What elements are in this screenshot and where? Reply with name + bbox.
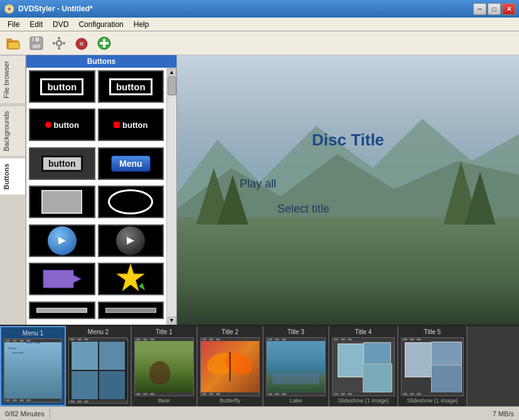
scroll-down-btn[interactable]: ▼ (168, 317, 176, 324)
btn14-bar (105, 308, 156, 313)
scroll-up-btn[interactable]: ▲ (168, 68, 176, 76)
button-item-10[interactable] (98, 224, 164, 257)
button-item-13[interactable] (29, 302, 95, 319)
menu1-label: Menu 1 (23, 330, 43, 337)
close-button[interactable]: ✕ (502, 3, 515, 15)
menu2-thumb (68, 337, 128, 404)
status-speed: 7 MB/s (493, 410, 514, 417)
button-item-14[interactable] (98, 302, 164, 319)
toolbar (0, 31, 519, 55)
svg-rect-9 (58, 47, 60, 50)
window-title: DVDStyler - Untitled* (18, 4, 473, 13)
buttons-grid: button button button button button (26, 68, 166, 325)
button-item-2[interactable]: button (98, 70, 164, 103)
button-item-4[interactable]: button (98, 108, 164, 141)
menu-bar: File Edit DVD Configuration Help (0, 18, 519, 31)
title5-sublabel: Slideshow (1 image) (407, 397, 458, 404)
svg-rect-10 (53, 42, 55, 45)
filmstrip: Menu 1 Disc Title Play all Select title (0, 325, 519, 406)
file-browser-tab[interactable]: File browser (0, 55, 26, 104)
status-bar: 0/82 Minutes 7 MB/s (0, 406, 519, 420)
title4-sublabel: Slideshow (1 image) (338, 397, 389, 404)
window-controls: ─ □ ✕ (473, 3, 515, 15)
btn3-dot (45, 122, 51, 128)
svg-marker-19 (127, 237, 134, 244)
filmstrip-title3[interactable]: Title 3 Lake (264, 326, 329, 406)
svg-marker-18 (58, 237, 66, 244)
button-item-9[interactable] (29, 224, 95, 257)
btn3-label: button (54, 120, 79, 130)
btn11-arrow (30, 264, 94, 294)
btn9-circle (48, 226, 77, 255)
menu-configuration[interactable]: Configuration (73, 19, 128, 30)
open-folder-btn[interactable] (4, 34, 24, 53)
scrollbar[interactable]: ▲ ▼ (166, 68, 176, 325)
settings-btn[interactable] (49, 34, 69, 53)
filmstrip-menu2[interactable]: Menu 2 (66, 326, 132, 406)
btn4-label: button (122, 120, 147, 130)
menu-edit[interactable]: Edit (24, 19, 48, 30)
svg-rect-11 (63, 42, 65, 45)
title3-thumb (266, 337, 326, 396)
title-bar: 📀 DVDStyler - Untitled* ─ □ ✕ (0, 0, 519, 18)
button-item-7[interactable] (29, 186, 95, 218)
menu-file[interactable]: File (3, 19, 24, 30)
minimize-button[interactable]: ─ (473, 3, 486, 15)
svg-rect-8 (58, 37, 60, 39)
menu2-label: Menu 2 (88, 328, 109, 335)
left-panel: File browser Backgrounds Buttons (0, 55, 26, 325)
button-item-11[interactable] (29, 263, 95, 295)
menu-dvd[interactable]: DVD (48, 19, 73, 30)
select-title-btn[interactable]: Select title (277, 202, 329, 216)
play-all-btn[interactable]: Play all (240, 177, 276, 191)
btn5-label: button (41, 155, 83, 172)
button-item-12[interactable] (98, 263, 164, 295)
backgrounds-tab[interactable]: Backgrounds (0, 105, 26, 157)
app-icon: 📀 (4, 4, 14, 14)
burn-btn[interactable] (72, 34, 92, 53)
buttons-tab[interactable]: Buttons (0, 158, 26, 196)
title5-label: Title 5 (424, 328, 441, 335)
button-item-8[interactable] (98, 186, 164, 218)
svg-rect-31 (177, 55, 519, 325)
title1-sublabel: Bear (158, 397, 170, 404)
disc-title[interactable]: Disc Title (312, 130, 384, 150)
buttons-panel: Buttons button button button button (26, 55, 177, 325)
btn7-rect (41, 190, 82, 214)
status-divider (50, 409, 50, 418)
btn10-circle (116, 226, 145, 255)
title2-sublabel: Butterfly (220, 397, 240, 404)
main-area: File browser Backgrounds Buttons Buttons… (0, 55, 519, 325)
svg-marker-20 (43, 270, 81, 288)
filmstrip-title4[interactable]: Title 4 Slideshow (1 image) (329, 326, 399, 406)
btn2-label: button (109, 78, 152, 95)
filmstrip-title5[interactable]: Title 5 Slideshow (1 image) (399, 326, 468, 406)
button-item-5[interactable]: button (29, 147, 95, 180)
btn8-oval (108, 189, 153, 214)
save-btn[interactable] (26, 34, 46, 53)
btn13-bar (36, 308, 87, 313)
btn1-label: button (40, 78, 83, 95)
title3-sublabel: Lake (290, 397, 302, 404)
svg-rect-1 (7, 39, 12, 41)
btn6-label: Menu (111, 155, 151, 172)
title3-label: Title 3 (287, 328, 304, 335)
menu1-thumb: Disc Title Play all Select title (4, 339, 62, 402)
preview-area[interactable]: Disc Title Play all Select title (177, 55, 519, 325)
scroll-thumb[interactable] (168, 76, 176, 95)
title1-label: Title 1 (156, 328, 173, 335)
svg-rect-2 (8, 42, 19, 49)
button-item-6[interactable]: Menu (98, 147, 164, 180)
maximize-button[interactable]: □ (488, 3, 501, 15)
filmstrip-title2[interactable]: Title 2 Butterfly (198, 326, 264, 406)
add-btn[interactable] (94, 34, 114, 53)
menu-help[interactable]: Help (129, 19, 154, 30)
filmstrip-menu1[interactable]: Menu 1 Disc Title Play all Select title (0, 326, 66, 406)
svg-rect-6 (34, 38, 35, 41)
title2-label: Title 2 (222, 328, 238, 335)
title1-thumb (134, 337, 194, 396)
button-item-1[interactable]: button (29, 70, 95, 103)
filmstrip-title1[interactable]: Title 1 Bear (132, 326, 198, 406)
button-item-3[interactable]: button (29, 108, 95, 141)
btn12-star (115, 263, 146, 295)
